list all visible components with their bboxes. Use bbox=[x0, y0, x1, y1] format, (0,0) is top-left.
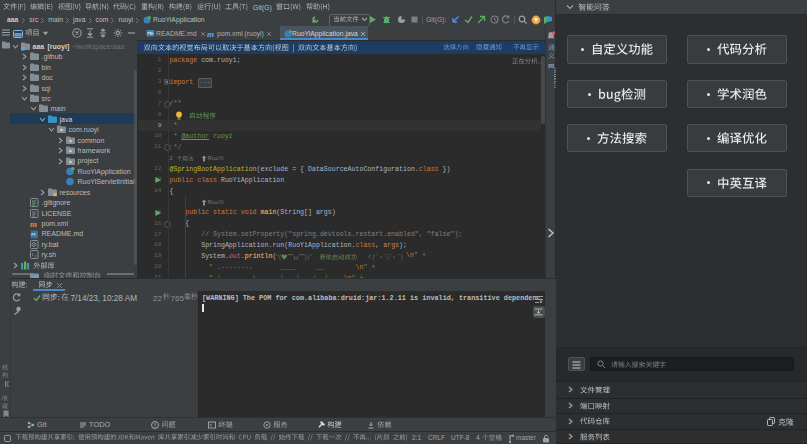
svg-text:m: m bbox=[207, 29, 214, 38]
svg-text:m: m bbox=[30, 219, 37, 228]
